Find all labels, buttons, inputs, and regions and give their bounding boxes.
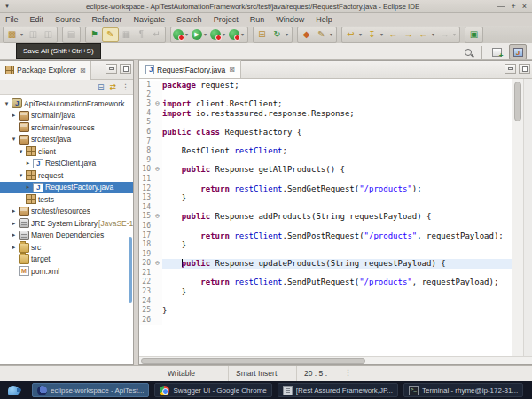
close-view-icon[interactable]: ⊠ (80, 66, 86, 74)
tree-item-jre-system-library[interactable]: ▸JRE System Library [JavaSE-1.8] (0, 217, 133, 230)
search-icon[interactable] (460, 45, 476, 59)
tree-item-client[interactable]: ▾client (0, 145, 133, 158)
block-selection-button[interactable]: ▦ (119, 27, 134, 42)
taskbar-item-terminal[interactable]: Terminal - rhyme@ip-172-31... (403, 383, 523, 397)
close-editor-tab-icon[interactable]: ⊠ (229, 66, 235, 74)
chevron-down-icon[interactable]: ▾ (430, 31, 436, 37)
tree-item-request[interactable]: ▾request (0, 169, 133, 182)
update-project-button[interactable]: ↻▾ (270, 27, 291, 42)
menu-refactor[interactable]: Refactor (92, 15, 122, 24)
chevron-down-icon[interactable]: ▾ (184, 31, 190, 37)
editor-vertical-scrollbar[interactable] (512, 79, 523, 356)
package-explorer-scrollbar[interactable] (129, 237, 132, 303)
close-window-icon[interactable]: × (522, 1, 527, 12)
chevron-down-icon[interactable]: ▾ (202, 31, 208, 37)
fold-collapse-icon[interactable]: ⊖ (153, 212, 162, 222)
back-history-button[interactable]: ←▾ (416, 27, 437, 42)
start-menu-icon[interactable] (0, 381, 27, 399)
menu-window[interactable]: Window (276, 15, 304, 24)
open-new-window-button[interactable]: ▣ (466, 27, 481, 42)
tree-item-pom-xml[interactable]: pom.xml (0, 265, 133, 278)
tree-item-restclient-java[interactable]: ▸RestClient.java (0, 158, 133, 170)
fold-collapse-icon[interactable]: ⊖ (153, 165, 162, 175)
tree-item-target[interactable]: target (0, 254, 133, 266)
tab-package-explorer[interactable]: Package Explorer ⊠ (0, 61, 91, 80)
chevron-collapsed-icon[interactable]: ▸ (10, 231, 18, 239)
previous-edit-button[interactable]: ← (386, 27, 401, 42)
editor-horizontal-scrollbar[interactable] (139, 356, 532, 364)
toggle-breadcrumb-button[interactable]: ⚑ (87, 27, 102, 42)
chevron-expanded-icon[interactable]: ▾ (17, 172, 25, 179)
scrollbar-thumb[interactable] (514, 82, 521, 121)
taskbar-item-file[interactable]: [Rest Assured Framework,JP... (278, 383, 398, 397)
tree-item-src-test-resources[interactable]: ▸src/test/resources (0, 206, 133, 218)
tab-requestfactory-java[interactable]: RequestFactory.java ⊠ (139, 60, 241, 78)
chevron-collapsed-icon[interactable]: ▸ (10, 244, 18, 251)
java-perspective-button[interactable]: J (509, 44, 527, 59)
menu-navigate[interactable]: Navigate (134, 15, 166, 24)
fold-collapse-icon[interactable]: ⊖ (153, 99, 162, 109)
menu-file[interactable]: File (5, 15, 19, 24)
save-button[interactable]: ◫ (26, 27, 41, 42)
chevron-expanded-icon[interactable]: ▾ (3, 100, 11, 107)
last-edit-location-button[interactable]: ↩▾ (343, 27, 364, 42)
maximize-window-icon[interactable]: + (511, 1, 515, 12)
chevron-collapsed-icon[interactable]: ▸ (24, 184, 32, 191)
tree-item-src[interactable]: ▸src (0, 241, 133, 254)
external-tools-button[interactable]: ◆ (299, 27, 314, 42)
chevron-expanded-icon[interactable]: ▾ (17, 148, 25, 155)
tree-item-src-main-resources[interactable]: src/main/resources (0, 121, 133, 134)
tree-item-requestfactory-java[interactable]: ▸RequestFactory.java (0, 182, 133, 194)
chevron-collapsed-icon[interactable]: ▸ (10, 220, 18, 227)
profile-button[interactable]: ▾ (228, 27, 246, 42)
minimize-view-icon[interactable] (106, 64, 117, 74)
minimize-window-icon[interactable]: — (497, 1, 505, 12)
chevron-collapsed-icon[interactable]: ▸ (10, 112, 18, 119)
code-editor[interactable]: 1package request;23⊖import client.RestCl… (139, 79, 512, 356)
next-annotation-button[interactable]: ↧▾ (364, 27, 386, 42)
window-menu-icon[interactable]: ▾ (0, 3, 14, 10)
collapse-all-icon[interactable]: ⊟ (98, 82, 105, 91)
print-button[interactable]: ▤ (64, 27, 79, 42)
menu-project[interactable]: Project (214, 15, 239, 24)
menu-help[interactable]: Help (316, 15, 332, 24)
chevron-down-icon[interactable]: ▾ (239, 31, 246, 37)
maximize-view-icon[interactable] (120, 64, 131, 74)
chevron-collapsed-icon[interactable]: ▸ (10, 207, 18, 215)
save-all-button[interactable]: ◫ (41, 27, 56, 42)
taskbar-item-eclipse[interactable]: eclipse-workspace - ApiTest... (32, 383, 149, 397)
view-menu-icon[interactable]: ⋮ (121, 82, 129, 91)
scrollbar-thumb[interactable] (141, 358, 365, 364)
coverage-button[interactable]: ▾ (209, 27, 228, 42)
chevron-down-icon[interactable]: ▾ (221, 31, 227, 37)
tree-item-maven-dependencies[interactable]: ▸Maven Dependencies (0, 230, 133, 242)
next-edit-button[interactable]: → (401, 27, 416, 42)
menu-search[interactable]: Search (176, 15, 202, 24)
chevron-down-icon[interactable]: ▾ (379, 31, 385, 37)
menu-source[interactable]: Source (55, 15, 81, 24)
chevron-down-icon[interactable]: ▾ (357, 31, 364, 37)
chevron-down-icon[interactable]: ▾ (19, 31, 25, 37)
fold-collapse-icon[interactable]: ⊖ (153, 259, 162, 269)
tree-item-src-main-java[interactable]: ▸src/main/java (0, 110, 133, 122)
taskbar-item-chrome[interactable]: Swagger UI - Google Chrome (154, 383, 271, 397)
quick-fix-button[interactable]: ✎▾ (314, 27, 335, 42)
tree-item-src-test-java[interactable]: ▾src/test/java (0, 134, 133, 146)
chevron-expanded-icon[interactable]: ▾ (10, 136, 18, 143)
new-java-project-button[interactable]: ⊞ (254, 27, 270, 42)
menu-edit[interactable]: Edit (30, 15, 44, 24)
open-perspective-button[interactable] (488, 44, 505, 59)
maximize-editor-icon[interactable] (519, 64, 530, 74)
new-wizard-button[interactable]: ▩▾ (4, 27, 26, 42)
debug-button[interactable]: ▾ (172, 27, 191, 42)
link-with-editor-icon[interactable]: ⇄ (109, 82, 116, 91)
forward-history-button[interactable]: →▾ (437, 27, 458, 42)
run-button[interactable]: ▶▾ (191, 27, 209, 42)
chevron-down-icon[interactable]: ▾ (451, 31, 458, 37)
show-whitespace-button[interactable]: ¶ (134, 27, 149, 42)
minimize-editor-icon[interactable] (505, 64, 516, 74)
menu-run[interactable]: Run (250, 15, 265, 24)
tree-item-tests[interactable]: tests (0, 193, 133, 206)
mark-occurrences-button[interactable]: ✎ (102, 27, 119, 42)
word-wrap-button[interactable]: ↵ (149, 27, 164, 42)
